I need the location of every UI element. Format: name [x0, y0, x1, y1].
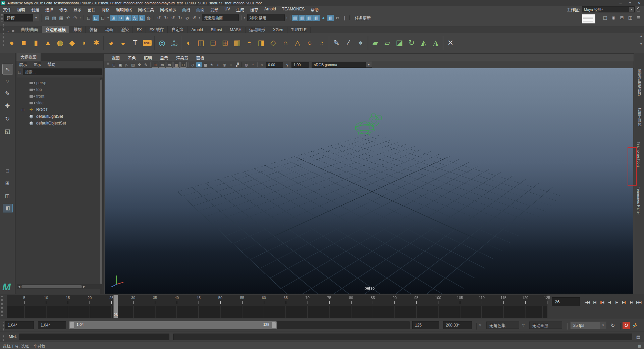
two-d-pan-zoom-icon[interactable]: ✥ [137, 62, 142, 67]
viewport-menu-照明[interactable]: 照明 [140, 55, 156, 61]
super-shape-icon[interactable]: ◕ [105, 37, 117, 49]
poly-cylinder-icon[interactable]: ▮ [30, 37, 42, 49]
grip-handle[interactable] [1, 33, 4, 46]
panel-character-icon[interactable]: ◉ [610, 14, 617, 21]
chevron-icon[interactable]: › [286, 16, 287, 19]
panel-grid-icon[interactable]: ▦ [637, 343, 642, 348]
select-hierarchy-icon[interactable]: ◻ [86, 15, 92, 21]
scrub-track[interactable] [7, 306, 547, 318]
menu-item-8[interactable]: 编辑网格 [113, 7, 135, 12]
viewport-menu-面板[interactable]: 面板 [192, 55, 208, 61]
cut-icon[interactable]: ✂ [334, 15, 341, 21]
wireframe-object[interactable] [351, 111, 388, 138]
playback-start-field[interactable]: 1.04* [38, 321, 66, 329]
separate-icon[interactable]: ⊟ [207, 37, 219, 49]
render-sequence-icon[interactable]: ▥ [327, 15, 334, 21]
menu-item-11[interactable]: 曲线 [179, 7, 193, 12]
bridge-icon[interactable]: ∩ [280, 37, 291, 49]
fill-hole-icon[interactable]: ⊞ [219, 37, 231, 49]
current-frame-marker[interactable]: 26 [114, 295, 118, 318]
symmetrize-icon[interactable]: ◭ [418, 37, 429, 49]
menu-item-4[interactable]: 修改 [56, 7, 70, 12]
chevron-icon[interactable]: › [80, 16, 81, 19]
shelf-tab-TURTLE[interactable]: TURTLE [287, 27, 311, 33]
ipr-render-icon[interactable]: ▥ [306, 15, 313, 21]
outliner-menu-展示[interactable]: 展示 [19, 61, 27, 67]
playback-range-bar[interactable]: 1.04 125 [69, 321, 277, 329]
outliner-item-defaultLightSet[interactable]: defaultLightSet [17, 113, 100, 120]
input-connections-icon[interactable]: ↺ [156, 15, 162, 21]
playback-end-field[interactable]: 125 [412, 321, 439, 329]
select-object-icon[interactable]: ◻ [93, 15, 99, 21]
menu-item-0[interactable]: 文件 [0, 7, 14, 12]
scroll-up-icon[interactable]: ▲ [640, 34, 643, 38]
chevron-down-icon[interactable]: ▼ [366, 62, 372, 67]
range-slider-track[interactable]: 1.04 125 [69, 321, 410, 329]
panel-layout-horizontal-icon[interactable]: ⊟ [619, 14, 625, 21]
resolution-gate-icon[interactable]: ▭ [166, 62, 172, 68]
poly-sphere-icon[interactable]: ● [6, 37, 17, 49]
step-forward-frame-button[interactable]: ▶| [628, 297, 635, 307]
poly-gear-icon[interactable]: ✱ [91, 37, 102, 49]
close-button[interactable]: ✕ [635, 0, 644, 6]
shadows-icon[interactable]: ◐ [215, 62, 221, 67]
isolate-select-icon[interactable]: ◔ [250, 62, 256, 67]
shelf-tab-Bifrost[interactable]: Bifrost [207, 27, 226, 33]
shelf-gear-icon[interactable]: ✱ [10, 29, 16, 33]
gate-mask-icon[interactable]: ▦ [173, 62, 179, 68]
symmetry-field[interactable]: 对称: 禁用 [247, 14, 285, 21]
snap-curve-icon[interactable]: ↪ [117, 15, 124, 21]
mirror-icon[interactable]: ◮ [430, 37, 441, 49]
menu-item-2[interactable]: 创建 [28, 7, 42, 12]
textured-icon[interactable]: ▩ [203, 62, 208, 67]
sidebar-tab------[interactable]: 建模工具包 [637, 108, 642, 126]
viewport-menu-渲染器[interactable]: 渲染器 [172, 55, 192, 61]
snap-grid-icon[interactable]: ⊞ [110, 15, 117, 21]
grip-handle[interactable] [1, 322, 4, 331]
open-scene-icon[interactable]: ▧ [51, 15, 57, 21]
film-gate-icon[interactable]: ▭ [159, 62, 165, 68]
search-input[interactable]: 搜索... [23, 68, 102, 75]
menu-item-1[interactable]: 编辑 [14, 7, 28, 12]
move-tool-icon[interactable]: ✥ [2, 101, 12, 111]
shelf-tab-装备[interactable]: 装备 [86, 26, 101, 33]
scale-tool-icon[interactable]: ◱ [2, 126, 12, 136]
shelf-tab-动画[interactable]: 动画 [101, 26, 117, 33]
play-backwards-button[interactable]: ◀ [606, 297, 613, 307]
gamma-field[interactable]: 1.00 [291, 62, 309, 68]
chevron-down-icon[interactable]: ▼ [600, 322, 606, 329]
rotate-tool-icon[interactable]: ↻ [2, 114, 12, 124]
menu-item-15[interactable]: 生成 [233, 7, 247, 12]
panel-hypershade-icon[interactable]: ◳ [602, 14, 608, 21]
pause-icon[interactable]: ∥ [341, 15, 348, 21]
chevron-down-icon[interactable]: ▽ [479, 323, 481, 327]
menu-item-14[interactable]: UV [221, 7, 233, 12]
minimize-button[interactable]: ─ [616, 0, 625, 6]
play-forwards-button[interactable]: ▶ [613, 297, 620, 307]
outliner-item-side[interactable]: side [17, 100, 100, 106]
camera-lock-icon[interactable]: ◻ [111, 62, 117, 67]
shelf-menu-icon[interactable]: ▾ [6, 30, 10, 33]
menu-item-16[interactable]: 缓存 [247, 7, 261, 12]
lasso-tool-icon[interactable]: ◌ [2, 76, 12, 86]
render-settings-icon[interactable]: ▥ [313, 15, 320, 21]
camera-attributes-icon[interactable]: ▣ [117, 62, 123, 67]
snap-view-plane-icon[interactable]: ⊡ [139, 15, 145, 21]
boolean-icon[interactable]: ◐ [183, 37, 195, 49]
step-back-key-button[interactable]: ▮◀ [598, 297, 605, 307]
go-to-start-button[interactable]: |◀◀ [584, 297, 591, 307]
script-editor-icon[interactable]: ▤ [635, 334, 642, 340]
no-history-icon[interactable]: ⊘ [184, 15, 191, 21]
poly-disc-icon[interactable]: ◗ [78, 37, 90, 49]
color-transform-dropdown[interactable]: sRGB gamma▼ [312, 62, 372, 68]
step-forward-key-button[interactable]: ▶▮ [621, 297, 628, 307]
camera-aim-icon[interactable]: ◎ [156, 37, 168, 49]
menu-item-6[interactable]: 窗口 [85, 7, 99, 12]
shelf-tab-雕刻[interactable]: 雕刻 [70, 26, 86, 33]
expand-icon[interactable]: ⊞ [21, 108, 24, 112]
shelf-tab-FX 缓存[interactable]: FX 缓存 [146, 26, 168, 33]
go-to-end-button[interactable]: ▶▶| [635, 297, 642, 307]
menu-item-12[interactable]: 曲面 [193, 7, 207, 12]
animation-preferences-icon[interactable] [631, 322, 639, 329]
range-start-handle[interactable] [70, 322, 74, 328]
